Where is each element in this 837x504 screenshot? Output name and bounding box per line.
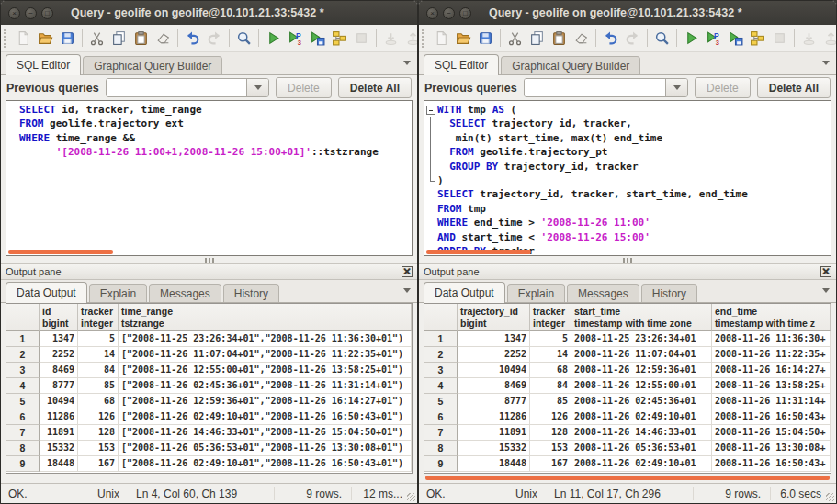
grid-cell[interactable]: 85 xyxy=(78,378,119,394)
maximize-button[interactable]: □ xyxy=(459,7,471,19)
explain-icon[interactable] xyxy=(329,28,350,50)
grid-cell[interactable]: 14 xyxy=(78,347,119,363)
fold-start-marker[interactable] xyxy=(424,103,437,117)
grid-cell[interactable]: 128 xyxy=(78,425,119,441)
sql-editor[interactable]: SELECT id, tracker, time_rangeFROM geoli… xyxy=(6,100,413,256)
combo-dropdown-icon[interactable] xyxy=(246,79,268,96)
minimize-button[interactable]: − xyxy=(443,7,455,19)
grid-cell[interactable]: 2008-11-26 02:49:10+01 xyxy=(571,456,712,472)
output-pane-close-icon[interactable]: 🗙 xyxy=(402,266,413,277)
row-number-cell[interactable]: 3 xyxy=(424,363,458,378)
toolbar-grip[interactable] xyxy=(4,29,8,48)
grid-cell[interactable]: 167 xyxy=(78,456,119,472)
grid-column-header[interactable]: time_rangetstzrange xyxy=(119,304,412,331)
close-button[interactable]: × xyxy=(8,7,20,19)
row-number-cell[interactable]: 6 xyxy=(6,409,40,425)
paste-icon[interactable] xyxy=(130,28,152,50)
grid-column-header[interactable]: end_timetimestamp with time z xyxy=(712,304,831,331)
tab-data-output[interactable]: Data Output xyxy=(424,282,505,303)
save-icon[interactable] xyxy=(57,28,78,50)
grid-column-header[interactable]: idbigint xyxy=(40,304,78,331)
grid-cell[interactable]: ["2008-11-26 05:36:53+01","2008-11-26 13… xyxy=(119,441,412,456)
tab-messages[interactable]: Messages xyxy=(567,284,639,302)
grid-column-header[interactable]: trajectory_idbigint xyxy=(458,304,530,331)
grid-cell[interactable]: 11286 xyxy=(40,409,78,425)
grid-cell[interactable]: 2008-11-26 13:30:08+ xyxy=(712,441,831,456)
grid-cell[interactable]: 2008-11-26 16:50:43+ xyxy=(712,456,831,472)
tab-messages[interactable]: Messages xyxy=(149,284,221,302)
grid-cell[interactable]: 2008-11-26 11:36:30+ xyxy=(712,331,831,347)
grid-cell[interactable]: 153 xyxy=(78,441,119,456)
grid-cell[interactable]: 15332 xyxy=(40,441,78,456)
row-number-cell[interactable]: 7 xyxy=(6,425,40,441)
grid-cell[interactable]: 68 xyxy=(78,394,119,409)
row-number-cell[interactable]: 9 xyxy=(424,456,458,472)
grid-cell[interactable]: 2008-11-26 16:50:43+ xyxy=(712,409,831,425)
combo-dropdown-icon[interactable] xyxy=(665,79,687,96)
toolbar-grip[interactable] xyxy=(422,29,426,48)
cut-icon[interactable] xyxy=(504,28,526,50)
tab-overflow-icon[interactable] xyxy=(403,288,411,293)
tab-overflow-icon[interactable] xyxy=(822,61,830,65)
undo-icon[interactable] xyxy=(600,28,621,50)
window-titlebar[interactable]: × − □ Query - geolife on geolife@10.101.… xyxy=(419,1,836,25)
previous-queries-input[interactable] xyxy=(107,79,246,96)
grid-cell[interactable]: 2008-11-26 05:36:53+01 xyxy=(571,441,712,456)
row-number-cell[interactable]: 6 xyxy=(424,409,458,425)
grid-cell[interactable]: 5 xyxy=(78,331,119,347)
row-number-cell[interactable]: 5 xyxy=(424,394,458,409)
row-number-cell[interactable]: 3 xyxy=(6,363,40,378)
explain-icon[interactable] xyxy=(747,28,768,50)
grid-cell[interactable]: 2252 xyxy=(40,347,78,363)
tab-history[interactable]: History xyxy=(641,284,697,302)
grid-cell[interactable]: 68 xyxy=(530,363,571,378)
grid-cell[interactable]: 11891 xyxy=(458,425,530,441)
open-file-icon[interactable] xyxy=(453,28,474,50)
grid-cell[interactable]: 167 xyxy=(530,456,571,472)
row-number-cell[interactable]: 2 xyxy=(6,347,40,363)
row-number-cell[interactable]: 8 xyxy=(424,441,458,456)
grid-cell[interactable]: 2008-11-26 15:04:50+ xyxy=(712,425,831,441)
window-titlebar[interactable]: × − □ Query - geolife on geolife@10.101.… xyxy=(1,1,417,25)
grid-cell[interactable]: 8469 xyxy=(458,378,530,394)
tab-explain[interactable]: Explain xyxy=(89,284,147,302)
open-file-icon[interactable] xyxy=(35,28,56,50)
grid-cell[interactable]: 2252 xyxy=(458,347,530,363)
row-number-cell[interactable]: 1 xyxy=(6,331,40,347)
grid-cell[interactable]: 8777 xyxy=(458,394,530,409)
find-icon[interactable] xyxy=(651,28,673,50)
grid-cell[interactable]: ["2008-11-26 14:46:33+01","2008-11-26 15… xyxy=(119,425,412,441)
grid-cell[interactable]: 5 xyxy=(530,331,571,347)
tab-explain[interactable]: Explain xyxy=(507,284,565,302)
grid-cell[interactable]: 15332 xyxy=(458,441,530,456)
resize-grip[interactable] xyxy=(826,493,834,501)
grid-cell[interactable]: ["2008-11-26 12:59:36+01","2008-11-26 16… xyxy=(119,394,412,409)
horizontal-scrollbar-thumb[interactable] xyxy=(426,250,531,254)
grid-cell[interactable]: 10494 xyxy=(40,394,78,409)
pane-splitter[interactable] xyxy=(419,256,836,263)
row-number-cell[interactable]: 4 xyxy=(424,378,458,394)
delete-all-button[interactable]: Delete All xyxy=(338,77,412,98)
grid-cell[interactable]: 84 xyxy=(530,378,571,394)
execute-pgscript-icon[interactable]: P3 xyxy=(703,28,724,50)
execute-icon[interactable] xyxy=(681,28,702,50)
grid-cell[interactable]: 8777 xyxy=(40,378,78,394)
grid-column-header[interactable]: start_timetimestamp with time zone xyxy=(571,304,712,331)
grid-cell[interactable]: 2008-11-26 13:58:25+ xyxy=(712,378,831,394)
grid-cell[interactable]: 2008-11-26 11:07:04+01 xyxy=(571,347,712,363)
copy-icon[interactable] xyxy=(526,28,548,50)
grid-cell[interactable]: ["2008-11-26 02:45:36+01","2008-11-26 11… xyxy=(119,378,412,394)
tab-data-output[interactable]: Data Output xyxy=(6,282,87,303)
row-number-cell[interactable]: 5 xyxy=(6,394,40,409)
grid-cell[interactable]: 2008-11-26 16:14:27+ xyxy=(712,363,831,378)
grid-cell[interactable]: 85 xyxy=(530,394,571,409)
resize-grip[interactable] xyxy=(407,493,415,501)
clear-icon[interactable] xyxy=(153,28,174,50)
grid-cell[interactable]: 18448 xyxy=(40,456,78,472)
close-button[interactable]: × xyxy=(426,7,438,19)
grid-cell[interactable]: 18448 xyxy=(458,456,530,472)
grid-cell[interactable]: 1347 xyxy=(458,331,530,347)
grid-cell[interactable]: 126 xyxy=(78,409,119,425)
grid-cell[interactable]: 2008-11-26 12:59:36+01 xyxy=(571,363,712,378)
grid-cell[interactable]: 8469 xyxy=(40,363,78,378)
